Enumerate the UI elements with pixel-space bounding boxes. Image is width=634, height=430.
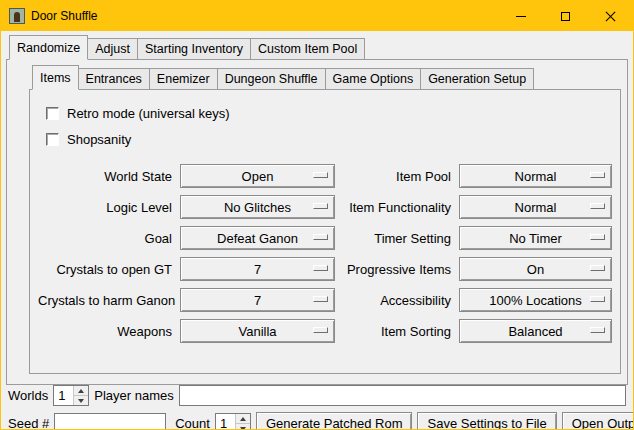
goal-dropdown[interactable]: Defeat Ganon bbox=[180, 226, 335, 250]
crystals-open-gt-dropdown[interactable]: 7 bbox=[180, 257, 335, 281]
logic-level-label: Logic Level bbox=[38, 200, 178, 215]
outer-tab-bar: Randomize Adjust Starting Inventory Cust… bbox=[9, 35, 628, 59]
goal-label: Goal bbox=[38, 231, 178, 246]
minimize-button[interactable] bbox=[498, 1, 543, 31]
count-label: Count bbox=[175, 416, 210, 430]
inner-tab-bar: Items Entrances Enemizer Dungeon Shuffle… bbox=[32, 65, 621, 89]
retro-mode-row: Retro mode (universal keys) bbox=[46, 102, 612, 124]
weapons-value: Vanilla bbox=[238, 324, 276, 339]
crystals-harm-ganon-value: 7 bbox=[254, 293, 261, 308]
player-names-label: Player names bbox=[94, 388, 173, 403]
bottom-controls: Worlds 1 Player names Seed # Count 1 bbox=[6, 385, 628, 430]
tab-starting-inventory[interactable]: Starting Inventory bbox=[137, 38, 251, 59]
dropdown-indicator-icon bbox=[590, 203, 605, 209]
minimize-icon bbox=[516, 16, 526, 17]
tab-entrances[interactable]: Entrances bbox=[78, 68, 150, 89]
spin-up-button[interactable] bbox=[74, 386, 88, 395]
dropdown-indicator-icon bbox=[590, 265, 605, 271]
window-controls bbox=[498, 1, 633, 31]
tab-items[interactable]: Items bbox=[32, 65, 79, 90]
world-state-value: Open bbox=[242, 169, 274, 184]
close-button[interactable] bbox=[588, 1, 633, 31]
maximize-button[interactable] bbox=[543, 1, 588, 31]
seed-input[interactable] bbox=[54, 413, 166, 430]
seed-row: Seed # Count 1 Generate Patched Rom Save… bbox=[6, 412, 628, 430]
chevron-up-icon bbox=[240, 417, 246, 421]
worlds-stepper-arrows bbox=[73, 386, 88, 405]
window-title: Door Shuffle bbox=[31, 9, 98, 23]
title-bar: Door Shuffle bbox=[1, 1, 633, 31]
open-output-directory-button[interactable]: Open Output Directory bbox=[562, 412, 634, 430]
item-sorting-label: Item Sorting bbox=[337, 324, 457, 339]
dropdown-indicator-icon bbox=[590, 234, 605, 240]
goal-value: Defeat Ganon bbox=[217, 231, 298, 246]
player-names-input[interactable] bbox=[179, 385, 626, 406]
inner-notebook: Items Entrances Enemizer Dungeon Shuffle… bbox=[29, 65, 621, 374]
tab-game-options[interactable]: Game Options bbox=[325, 68, 422, 89]
dropdown-indicator-icon bbox=[313, 327, 328, 333]
tab-randomize[interactable]: Randomize bbox=[9, 35, 88, 60]
app-icon bbox=[9, 8, 25, 24]
shopsanity-row: Shopsanity bbox=[46, 128, 612, 150]
dropdown-indicator-icon bbox=[590, 172, 605, 178]
weapons-dropdown[interactable]: Vanilla bbox=[180, 319, 335, 343]
timer-setting-value: No Timer bbox=[509, 231, 562, 246]
progressive-items-dropdown[interactable]: On bbox=[459, 257, 612, 281]
shopsanity-checkbox[interactable] bbox=[46, 133, 59, 146]
crystals-harm-ganon-dropdown[interactable]: 7 bbox=[180, 288, 335, 312]
tab-adjust[interactable]: Adjust bbox=[87, 38, 138, 59]
close-icon bbox=[605, 11, 616, 22]
retro-mode-label: Retro mode (universal keys) bbox=[67, 106, 230, 121]
maximize-icon bbox=[561, 12, 570, 21]
crystals-harm-ganon-label: Crystals to harm Ganon bbox=[38, 293, 178, 308]
spin-up-button[interactable] bbox=[236, 414, 250, 423]
tab-custom-item-pool[interactable]: Custom Item Pool bbox=[250, 38, 365, 59]
dropdown-indicator-icon bbox=[313, 296, 328, 302]
worlds-stepper[interactable]: 1 bbox=[53, 385, 89, 406]
item-functionality-label: Item Functionality bbox=[337, 200, 457, 215]
door-shuffle-window: Door Shuffle Randomize Adjust Starting I… bbox=[0, 0, 634, 430]
chevron-down-icon bbox=[240, 427, 246, 430]
item-sorting-dropdown[interactable]: Balanced bbox=[459, 319, 612, 343]
crystals-open-gt-value: 7 bbox=[254, 262, 261, 277]
timer-setting-label: Timer Setting bbox=[337, 231, 457, 246]
worlds-label: Worlds bbox=[8, 388, 48, 403]
items-tab-panel: Retro mode (universal keys) Shopsanity W… bbox=[29, 89, 621, 374]
count-stepper[interactable]: 1 bbox=[215, 413, 251, 430]
accessibility-dropdown[interactable]: 100% Locations bbox=[459, 288, 612, 312]
count-stepper-arrows bbox=[235, 414, 250, 430]
weapons-label: Weapons bbox=[38, 324, 178, 339]
spin-down-button[interactable] bbox=[74, 395, 88, 405]
shopsanity-label: Shopsanity bbox=[67, 132, 131, 147]
window-body: Randomize Adjust Starting Inventory Cust… bbox=[1, 31, 633, 430]
chevron-down-icon bbox=[78, 399, 84, 403]
seed-label: Seed # bbox=[8, 416, 49, 430]
world-state-label: World State bbox=[38, 169, 178, 184]
world-state-dropdown[interactable]: Open bbox=[180, 164, 335, 188]
tab-dungeon-shuffle[interactable]: Dungeon Shuffle bbox=[217, 68, 326, 89]
logic-level-dropdown[interactable]: No Glitches bbox=[180, 195, 335, 219]
item-pool-label: Item Pool bbox=[337, 169, 457, 184]
progressive-items-value: On bbox=[527, 262, 544, 277]
item-functionality-dropdown[interactable]: Normal bbox=[459, 195, 612, 219]
dropdown-indicator-icon bbox=[590, 327, 605, 333]
dropdown-indicator-icon bbox=[313, 172, 328, 178]
count-value: 1 bbox=[216, 414, 235, 430]
save-settings-button[interactable]: Save Settings to File bbox=[417, 412, 556, 430]
item-pool-dropdown[interactable]: Normal bbox=[459, 164, 612, 188]
spin-down-button[interactable] bbox=[236, 423, 250, 430]
options-grid: World State Open Item Pool Normal Logic … bbox=[38, 164, 612, 343]
tab-generation-setup[interactable]: Generation Setup bbox=[420, 68, 534, 89]
accessibility-value: 100% Locations bbox=[489, 293, 582, 308]
chevron-up-icon bbox=[78, 389, 84, 393]
randomize-tab-panel: Items Entrances Enemizer Dungeon Shuffle… bbox=[6, 59, 628, 385]
worlds-row: Worlds 1 Player names bbox=[6, 385, 628, 406]
timer-setting-dropdown[interactable]: No Timer bbox=[459, 226, 612, 250]
generate-patched-rom-button[interactable]: Generate Patched Rom bbox=[256, 412, 413, 430]
tab-enemizer[interactable]: Enemizer bbox=[149, 68, 218, 89]
dropdown-indicator-icon bbox=[313, 234, 328, 240]
progressive-items-label: Progressive Items bbox=[337, 262, 457, 277]
retro-mode-checkbox[interactable] bbox=[46, 107, 59, 120]
accessibility-label: Accessibility bbox=[337, 293, 457, 308]
logic-level-value: No Glitches bbox=[224, 200, 291, 215]
